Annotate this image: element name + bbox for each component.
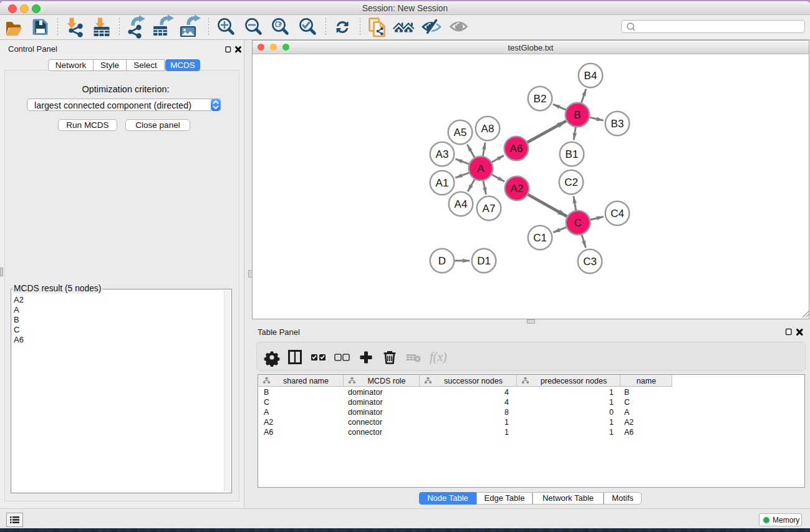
svg-text:A8: A8 bbox=[481, 123, 494, 135]
svg-text:shared name: shared name bbox=[283, 377, 329, 385]
svg-text:B4: B4 bbox=[584, 70, 597, 82]
svg-text:D: D bbox=[438, 255, 446, 267]
svg-text:f(x): f(x) bbox=[430, 350, 447, 364]
svg-text:A3: A3 bbox=[436, 148, 449, 160]
svg-text:name: name bbox=[637, 377, 656, 385]
svg-text:MCDS role: MCDS role bbox=[367, 377, 405, 385]
svg-text:B2: B2 bbox=[534, 93, 547, 105]
svg-text:A1: A1 bbox=[436, 177, 449, 189]
svg-text:successor nodes: successor nodes bbox=[444, 377, 503, 385]
svg-text:A6: A6 bbox=[510, 143, 523, 155]
svg-text:B3: B3 bbox=[611, 118, 624, 130]
svg-text:C1: C1 bbox=[533, 232, 547, 244]
svg-text:B: B bbox=[574, 109, 581, 121]
svg-text:C3: C3 bbox=[583, 256, 597, 268]
svg-text:A7: A7 bbox=[483, 203, 496, 215]
svg-text:C4: C4 bbox=[610, 208, 624, 220]
svg-text:A5: A5 bbox=[454, 127, 467, 138]
svg-text:A: A bbox=[477, 163, 485, 175]
svg-text:C: C bbox=[574, 217, 582, 229]
svg-text:C2: C2 bbox=[564, 177, 578, 188]
svg-text:B1: B1 bbox=[566, 148, 579, 160]
svg-text:predecessor nodes: predecessor nodes bbox=[541, 377, 607, 385]
svg-text:A4: A4 bbox=[455, 198, 468, 210]
svg-text:D1: D1 bbox=[477, 255, 491, 267]
svg-text:A2: A2 bbox=[511, 183, 524, 195]
